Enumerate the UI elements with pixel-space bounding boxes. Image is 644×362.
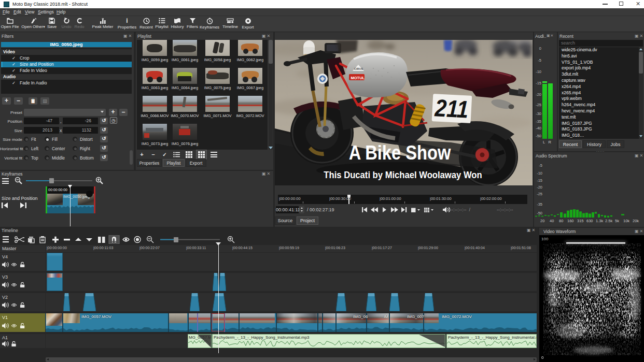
svg-text:CIRUS: CIRUS: [354, 67, 363, 70]
svg-text:This Ducati by Michael Woolawa: This Ducati by Michael Woolaway Won: [324, 169, 482, 180]
svg-text:A Bike Show: A Bike Show: [349, 142, 451, 164]
svg-text:MOTUL: MOTUL: [351, 76, 365, 80]
svg-text:211: 211: [434, 94, 469, 123]
